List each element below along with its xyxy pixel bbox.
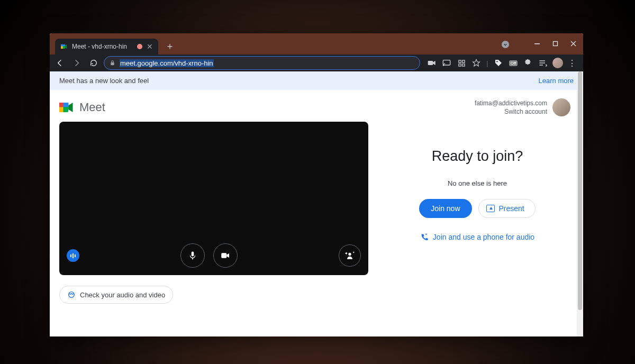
extension-tray: | Off ⋮: [423, 58, 580, 68]
join-now-button[interactable]: Join now: [419, 199, 471, 218]
url-text: meet.google.com/vhd-xrno-hin: [120, 59, 214, 67]
profile-avatar-button[interactable]: [552, 58, 563, 68]
svg-rect-3: [534, 43, 540, 44]
grid-extension-icon[interactable]: [456, 58, 467, 68]
page-content: Meet has a new look and feel Learn more …: [50, 71, 583, 336]
adblock-extension-icon[interactable]: Off: [508, 58, 519, 68]
check-audio-video-button[interactable]: Check your audio and video: [59, 286, 173, 304]
browser-titlebar: Meet - vhd-xrno-hin ✕ ＋: [50, 33, 583, 54]
lock-icon: [110, 60, 115, 66]
banner-message: Meet has a new look and feel: [59, 77, 149, 85]
svg-rect-17: [59, 103, 64, 107]
audio-level-indicator-icon: [67, 249, 79, 262]
mic-toggle-button[interactable]: [180, 243, 205, 268]
video-preview: [59, 122, 368, 275]
switch-account-link[interactable]: Switch account: [475, 107, 547, 116]
maximize-button[interactable]: [547, 37, 563, 50]
phone-icon: [420, 233, 429, 241]
address-bar[interactable]: meet.google.com/vhd-xrno-hin: [104, 56, 420, 70]
extensions-puzzle-icon[interactable]: [523, 58, 533, 68]
tab-search-button[interactable]: [502, 41, 509, 48]
bookmark-star-icon[interactable]: [471, 58, 482, 68]
meet-logo-icon: [59, 101, 75, 114]
reading-list-icon[interactable]: [538, 58, 548, 68]
svg-rect-4: [553, 41, 557, 46]
svg-rect-7: [443, 60, 450, 65]
page-scrollbar[interactable]: [577, 71, 583, 336]
present-icon: [486, 205, 495, 212]
banner-learn-more-link[interactable]: Learn more: [539, 77, 574, 85]
browser-menu-button[interactable]: ⋮: [567, 58, 577, 68]
avatar-icon: [552, 58, 563, 68]
svg-rect-20: [221, 253, 226, 258]
join-column: Ready to join? No one else is here Join …: [381, 122, 574, 304]
settings-sliders-icon: [67, 290, 76, 299]
svg-point-8: [443, 65, 444, 66]
recording-indicator-icon: [137, 44, 142, 49]
svg-rect-19: [192, 258, 193, 260]
svg-rect-10: [462, 60, 464, 62]
forward-button[interactable]: [70, 56, 84, 70]
svg-rect-5: [111, 62, 114, 65]
close-window-button[interactable]: [565, 37, 581, 50]
tab-close-button[interactable]: ✕: [147, 42, 153, 51]
cast-icon[interactable]: [441, 58, 452, 68]
svg-point-13: [496, 61, 497, 62]
browser-tab[interactable]: Meet - vhd-xrno-hin ✕: [55, 39, 158, 54]
svg-point-22: [69, 292, 75, 298]
camera-icon[interactable]: [427, 58, 437, 68]
preview-column: Check your audio and video: [59, 122, 368, 304]
page-header: Meet fatima@addictivetips.com Switch acc…: [50, 90, 583, 122]
svg-rect-9: [458, 60, 460, 62]
svg-point-21: [348, 253, 351, 256]
meet-favicon: [60, 43, 68, 50]
participants-subtext: No one else is here: [448, 179, 507, 187]
svg-rect-18: [192, 252, 194, 257]
present-label: Present: [499, 204, 524, 213]
svg-rect-11: [458, 63, 460, 66]
minimize-button[interactable]: [529, 37, 545, 50]
visual-effects-button[interactable]: [339, 244, 361, 267]
toolbar-separator: |: [486, 58, 489, 68]
account-avatar-icon[interactable]: [552, 98, 570, 116]
svg-rect-6: [428, 61, 433, 65]
join-phone-audio-label: Join and use a phone for audio: [433, 233, 534, 241]
svg-rect-2: [61, 44, 65, 47]
product-name: Meet: [79, 101, 105, 114]
svg-rect-12: [462, 63, 464, 66]
account-email: fatima@addictivetips.com: [475, 99, 547, 107]
main-area: Check your audio and video Ready to join…: [50, 122, 583, 304]
window-controls: [529, 37, 581, 50]
join-phone-audio-link[interactable]: Join and use a phone for audio: [420, 233, 534, 241]
back-button[interactable]: [53, 56, 67, 70]
check-av-label: Check your audio and video: [80, 291, 165, 299]
tag-extension-icon[interactable]: [493, 58, 504, 68]
reload-button[interactable]: [87, 56, 101, 70]
browser-toolbar: meet.google.com/vhd-xrno-hin | Off ⋮: [50, 54, 583, 71]
browser-window: Meet - vhd-xrno-hin ✕ ＋ meet.google.com/…: [50, 33, 583, 336]
ready-heading: Ready to join?: [432, 148, 523, 165]
info-banner: Meet has a new look and feel Learn more: [50, 71, 583, 90]
tab-title: Meet - vhd-xrno-hin: [72, 43, 133, 50]
camera-toggle-button[interactable]: [213, 243, 238, 268]
product-logo-block: Meet: [59, 101, 105, 114]
present-button[interactable]: Present: [478, 199, 536, 218]
account-block: fatima@addictivetips.com Switch account: [475, 98, 570, 116]
new-tab-button[interactable]: ＋: [162, 39, 177, 53]
